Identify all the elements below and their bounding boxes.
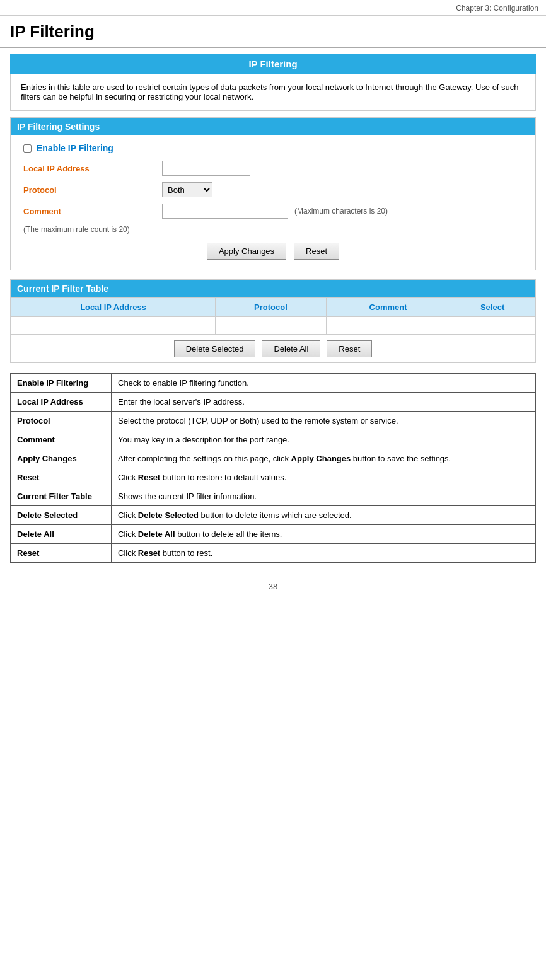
reset-button-table[interactable]: Reset (327, 340, 372, 357)
desc-term-reset1: Reset (11, 468, 112, 487)
description-box: Entries in this table are used to restri… (10, 74, 536, 111)
comment-label: Comment (23, 207, 162, 216)
desc-term-filter-table: Current Filter Table (11, 487, 112, 506)
col-comment: Comment (326, 298, 450, 317)
desc-term-delete-all: Delete All (11, 525, 112, 544)
filter-table-header: Current IP Filter Table (11, 280, 535, 297)
desc-def-reset2: Click Reset button to rest. (112, 544, 536, 563)
desc-row-local-ip: Local IP Address Enter the local server'… (11, 393, 536, 412)
desc-def-comment: You may key in a description for the por… (112, 430, 536, 449)
table-row (11, 317, 535, 335)
desc-row-delete-all: Delete All Click Delete All button to de… (11, 525, 536, 544)
desc-row-protocol: Protocol Select the protocol (TCP, UDP o… (11, 412, 536, 430)
local-ip-row: Local IP Address (23, 161, 523, 176)
delete-selected-button[interactable]: Delete Selected (174, 340, 256, 357)
desc-row-comment: Comment You may key in a description for… (11, 430, 536, 449)
protocol-select[interactable]: Both TCP UDP (162, 182, 212, 197)
max-rule-note: (The maximum rule count is 20) (23, 225, 523, 234)
desc-term-local-ip: Local IP Address (11, 393, 112, 412)
enable-ip-filtering-checkbox[interactable] (23, 144, 32, 153)
desc-term-protocol: Protocol (11, 412, 112, 430)
desc-def-local-ip: Enter the local server's IP address. (112, 393, 536, 412)
desc-row-enable: Enable IP Filtering Check to enable IP f… (11, 374, 536, 393)
desc-def-delete-selected: Click Delete Selected button to delete i… (112, 506, 536, 525)
chapter-label: Chapter 3: Configuration (0, 0, 546, 16)
settings-button-row: Apply Changes Reset (23, 243, 523, 260)
col-local-ip: Local IP Address (11, 298, 216, 317)
settings-body: Enable IP Filtering Local IP Address Pro… (11, 135, 535, 270)
description-table: Enable IP Filtering Check to enable IP f… (10, 373, 536, 563)
desc-row-apply: Apply Changes After completing the setti… (11, 449, 536, 468)
reset-button-settings[interactable]: Reset (294, 243, 339, 260)
desc-term-reset2: Reset (11, 544, 112, 563)
enable-row: Enable IP Filtering (23, 143, 523, 153)
page-title: IP Filtering (0, 16, 546, 48)
desc-def-apply: After completing the settings on this pa… (112, 449, 536, 468)
desc-term-enable: Enable IP Filtering (11, 374, 112, 393)
local-ip-input[interactable] (162, 161, 250, 176)
protocol-row: Protocol Both TCP UDP (23, 182, 523, 197)
desc-term-delete-selected: Delete Selected (11, 506, 112, 525)
desc-def-reset1: Click Reset button to restore to default… (112, 468, 536, 487)
protocol-label: Protocol (23, 185, 162, 195)
settings-header: IP Filtering Settings (11, 118, 535, 135)
filter-table-section: Current IP Filter Table Local IP Address… (10, 279, 536, 363)
apply-changes-button[interactable]: Apply Changes (207, 243, 286, 260)
desc-def-protocol: Select the protocol (TCP, UDP or Both) u… (112, 412, 536, 430)
desc-row-reset2: Reset Click Reset button to rest. (11, 544, 536, 563)
comment-hint: (Maximum characters is 20) (294, 207, 388, 216)
desc-def-enable: Check to enable IP filtering function. (112, 374, 536, 393)
description-text: Entries in this table are used to restri… (21, 83, 519, 101)
desc-def-delete-all: Click Delete All button to delete all th… (112, 525, 536, 544)
desc-row-reset1: Reset Click Reset button to restore to d… (11, 468, 536, 487)
table-button-row: Delete Selected Delete All Reset (11, 335, 535, 362)
local-ip-label: Local IP Address (23, 164, 162, 173)
comment-row: Comment (Maximum characters is 20) (23, 204, 523, 219)
col-protocol: Protocol (216, 298, 327, 317)
filter-table: Local IP Address Protocol Comment Select (11, 297, 535, 335)
desc-def-filter-table: Shows the current IP filter information. (112, 487, 536, 506)
filter-table-body (11, 317, 535, 335)
desc-term-comment: Comment (11, 430, 112, 449)
section-banner: IP Filtering (10, 54, 536, 74)
desc-row-filter-table: Current Filter Table Shows the current I… (11, 487, 536, 506)
comment-input[interactable] (162, 204, 288, 219)
page-number: 38 (10, 582, 536, 604)
settings-section: IP Filtering Settings Enable IP Filterin… (10, 117, 536, 270)
enable-ip-filtering-label: Enable IP Filtering (37, 143, 113, 153)
col-select: Select (450, 298, 535, 317)
delete-all-button[interactable]: Delete All (262, 340, 320, 357)
desc-row-delete-selected: Delete Selected Click Delete Selected bu… (11, 506, 536, 525)
desc-term-apply: Apply Changes (11, 449, 112, 468)
